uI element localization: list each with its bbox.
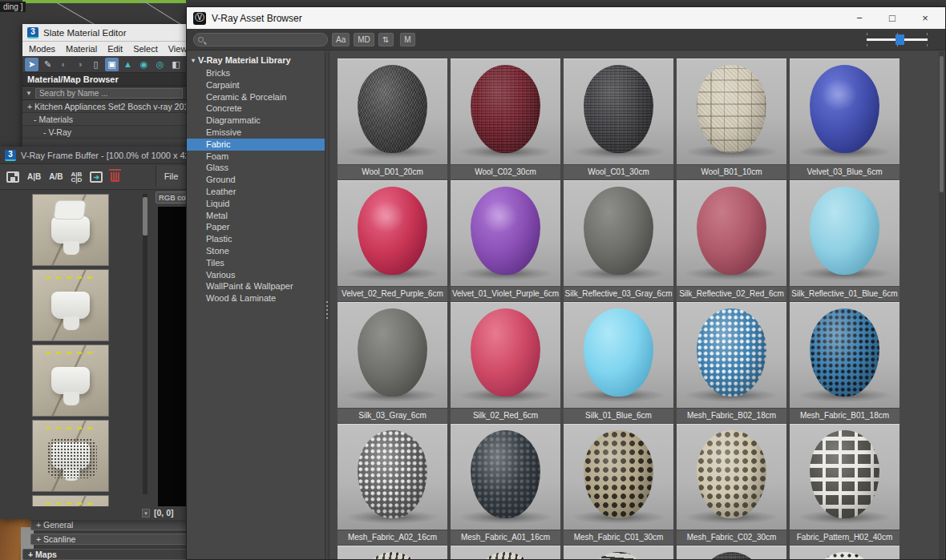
material-tile-wool-c01-30cm[interactable]: Wool_C01_30cm (564, 58, 673, 179)
material-tile-row5-3[interactable] (564, 546, 673, 559)
sme-menu-edit[interactable]: Edit (107, 44, 123, 54)
abcd-compare-button[interactable]: A|B C|D (71, 171, 82, 183)
show-background-icon[interactable]: ◎ (153, 58, 167, 71)
search-filter-dropdown-icon[interactable]: ▼ (26, 90, 32, 97)
library-header[interactable]: ▾ V-Ray Material Library (187, 51, 325, 67)
material-tile-mesh-fabric-c02-30cm[interactable]: Mesh_Fabric_C02_30cm (677, 424, 786, 545)
render-history-item-3[interactable] (32, 344, 109, 417)
material-tile-mesh-fabric-a02-16cm[interactable]: Mesh_Fabric_A02_16cm (338, 424, 447, 545)
eyedropper-icon[interactable]: ✎ (41, 58, 55, 71)
material-tile-silk-02-red-6cm[interactable]: Silk_02_Red_6cm (451, 302, 560, 423)
material-tile-row5-2[interactable] (451, 546, 560, 559)
category-diagrammatic[interactable]: Diagrammatic (187, 115, 325, 127)
copy-to-host-icon[interactable]: ➜ (90, 171, 103, 183)
category-metal[interactable]: Metal (187, 210, 325, 222)
search-box[interactable] (193, 33, 328, 46)
material-tile-row5-1[interactable] (338, 546, 447, 559)
material-tile-silk-reflective-02-red-6cm[interactable]: Silk_Reflective_02_Red_6cm (677, 180, 786, 301)
splitter-grip[interactable] (326, 301, 328, 319)
assign-material-icon[interactable]: ◑ (73, 58, 87, 71)
thumbnail-size-slider[interactable] (867, 33, 928, 46)
material-tile-mesh-fabric-a01-16cm[interactable]: Mesh_Fabric_A01_16cm (451, 424, 560, 545)
material-tile-row5-4[interactable] (677, 546, 786, 559)
material-tile-silk-reflective-03-gray-6cm[interactable]: Silk_Reflective_03_Gray_6cm (564, 180, 673, 301)
sme-menu-view[interactable]: View (168, 44, 186, 54)
save-image-icon[interactable] (6, 171, 19, 183)
category-carpaint[interactable]: Carpaint (187, 79, 325, 91)
sme-search-input[interactable]: Search by Name ... (35, 88, 183, 99)
category-leather[interactable]: Leather (187, 186, 325, 198)
category-foam[interactable]: Foam (187, 151, 325, 163)
material-tile-silk-01-blue-6cm[interactable]: Silk_01_Blue_6cm (564, 302, 673, 423)
material-tile-velvet-02-red-purple-6cm[interactable]: Velvet_02_Red_Purple_6cm (338, 180, 447, 301)
material-tile-mesh-fabric-c01-30cm[interactable]: Mesh_Fabric_C01_30cm (564, 424, 673, 545)
ab-slash-compare-button[interactable]: A/B (49, 172, 63, 181)
tree-item-scene-file[interactable]: + Kitchen Appliances Set2 Bosch v-ray 20… (22, 100, 186, 113)
tree-item-vray[interactable]: - V-Ray (22, 126, 186, 139)
options-icon[interactable]: ◧ (169, 58, 183, 71)
sme-title-bar[interactable]: 3 Slate Material Editor (22, 24, 186, 42)
sme-menu-select[interactable]: Select (133, 44, 158, 54)
tree-item-materials[interactable]: - Materials (22, 113, 186, 126)
history-scrollbar-handle[interactable] (143, 197, 148, 236)
render-history-item-2[interactable] (32, 269, 109, 341)
search-input[interactable] (207, 35, 323, 44)
category-tiles[interactable]: Tiles (187, 257, 325, 269)
material-tile-fabric-pattern-h02-40cm[interactable]: Fabric_Pattern_H02_40cm (790, 424, 900, 545)
category-liquid[interactable]: Liquid (187, 198, 325, 210)
category-various[interactable]: Various (187, 269, 325, 281)
minimize-button[interactable]: − (846, 10, 873, 26)
md-filter-button[interactable]: MD (354, 33, 374, 46)
category-fabric[interactable]: Fabric (187, 139, 325, 151)
clear-image-icon[interactable] (111, 172, 119, 182)
vfb-title-bar[interactable]: 3 V-Ray Frame Buffer - [100.0% of 1000 x… (0, 147, 189, 164)
maximize-button[interactable]: □ (879, 10, 906, 26)
match-case-button[interactable]: Aa (332, 33, 350, 46)
ab-compare-button[interactable]: A|B (27, 172, 41, 181)
category-glass[interactable]: Glass (187, 162, 325, 174)
history-scrollbar[interactable] (143, 194, 148, 494)
material-tile-wool-c02-30cm[interactable]: Wool_C02_30cm (451, 58, 560, 179)
category-wallpaint-wallpaper[interactable]: WallPaint & Wallpaper (187, 280, 325, 292)
category-plastic[interactable]: Plastic (187, 233, 325, 245)
category-stone[interactable]: Stone (187, 245, 325, 257)
category-bricks[interactable]: Bricks (187, 67, 325, 79)
category-wood-laminate[interactable]: Wood & Laminate (187, 292, 325, 304)
materials-filter-button[interactable]: M (400, 33, 415, 46)
material-tile-velvet-01-violet-purple-6cm[interactable]: Velvet_01_Violet_Purple_6cm (451, 180, 560, 301)
grid-scrollbar[interactable] (939, 51, 944, 559)
sme-menu-modes[interactable]: Modes (29, 44, 55, 54)
material-tile-wool-d01-20cm[interactable]: Wool_D01_20cm (338, 58, 447, 179)
grid-scrollbar-handle[interactable] (940, 56, 944, 192)
material-tile-velvet-03-blue-6cm[interactable]: Velvet_03_Blue_6cm (790, 58, 900, 179)
material-tile-row5-5[interactable] (790, 546, 900, 559)
show-map-icon[interactable]: ◉ (137, 58, 151, 71)
material-tile-mesh-fabric-b02-18cm[interactable]: Mesh_Fabric_B02_18cm (677, 302, 786, 423)
select-tool-icon[interactable]: ➤ (25, 58, 38, 71)
rollout-maps[interactable]: + Maps (22, 549, 188, 560)
sme-menu-material[interactable]: Material (66, 44, 97, 54)
category-paper[interactable]: Paper (187, 221, 325, 233)
delete-icon[interactable]: ▯ (89, 58, 103, 71)
rollout-scanline[interactable]: + Scanline (30, 534, 188, 545)
category-concrete[interactable]: Concrete (187, 103, 325, 115)
material-tile-silk-03-gray-6cm[interactable]: Silk_03_Gray_6cm (338, 302, 447, 423)
render-history-item-4[interactable] (32, 420, 109, 492)
render-history-item-1[interactable] (32, 194, 109, 266)
sort-button[interactable]: ⇅ (378, 33, 394, 46)
collapse-history-icon[interactable]: ▼ (142, 509, 150, 518)
material-tile-silk-reflective-01-blue-6cm[interactable]: Silk_Reflective_01_Blue_6cm (790, 180, 900, 301)
material-tile-mesh-fabric-b01-18cm[interactable]: Mesh_Fabric_B01_18cm (790, 302, 900, 423)
asset-browser-title-bar[interactable]: Ⓥ V-Ray Asset Browser − □ × (187, 7, 945, 29)
slider-handle[interactable] (895, 34, 904, 45)
vfb-file-menu[interactable]: File (156, 166, 186, 187)
material-tile-wool-b01-10cm[interactable]: Wool_B01_10cm (677, 58, 786, 179)
render-history-item-5[interactable] (32, 495, 109, 506)
rollout-general[interactable]: + General (30, 519, 188, 530)
category-ground[interactable]: Ground (187, 174, 325, 186)
paint-bucket-icon[interactable]: ▲ (121, 58, 135, 71)
channel-dropdown[interactable]: RGB color (156, 191, 189, 203)
category-ceramic-porcelain[interactable]: Ceramic & Porcelain (187, 91, 325, 103)
node-view-icon[interactable]: ▣ (105, 58, 119, 71)
pick-material-icon[interactable]: ◐ (57, 58, 71, 71)
